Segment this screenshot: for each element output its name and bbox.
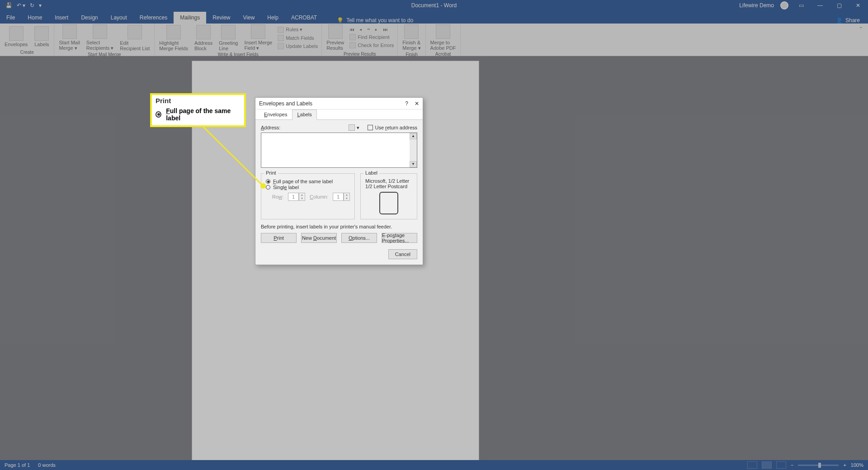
label-preview-box[interactable]: Label Microsoft, 1/2 Letter 1/2 Letter P… (360, 173, 417, 219)
epostage-button[interactable]: E-postage Properties...E-postage Propert… (382, 233, 417, 243)
address-label: Address:Address: (261, 125, 280, 130)
radio-full-page[interactable]: Full page of the same labelFull page of … (266, 179, 350, 184)
options-button[interactable]: Options...Options... (341, 233, 377, 243)
label-preview-icon (379, 192, 398, 214)
row-spinner[interactable]: 1 ▲▼ (288, 193, 305, 201)
row-value: 1 (288, 193, 299, 201)
callout-title: Print (156, 97, 241, 104)
radio-single-label-text: Single labelSingle label (273, 185, 299, 190)
use-return-label: Use return addressUse return address (375, 125, 417, 130)
scroll-down-icon[interactable]: ▼ (410, 161, 417, 167)
dialog-close-button[interactable]: ✕ (415, 100, 419, 107)
cancel-button[interactable]: Cancel (388, 249, 417, 259)
use-return-checkbox[interactable] (368, 125, 373, 130)
dialog-help-button[interactable]: ? (405, 100, 408, 107)
dialog-titlebar[interactable]: Envelopes and Labels ? ✕ (255, 98, 423, 109)
dialog-tab-envelopes[interactable]: EEnvelopesnvelopes (259, 109, 292, 119)
modal-overlay (0, 0, 868, 470)
dialog-tab-labels[interactable]: LLabelsabels (292, 109, 316, 120)
column-value: 1 (333, 193, 344, 201)
radio-full-page-label: Full page of the same labelFull page of … (273, 179, 333, 184)
print-button[interactable]: PrintPrint (261, 233, 297, 243)
address-dropdown-icon[interactable]: ▾ (357, 125, 359, 131)
envelopes-labels-dialog: Envelopes and Labels ? ✕ EEnvelopesnvelo… (255, 97, 423, 265)
label-vendor: Microsoft, 1/2 Letter (365, 178, 412, 184)
callout-box: Print FFull page of the same labelull pa… (150, 93, 246, 127)
label-product: 1/2 Letter Postcard (365, 184, 412, 189)
callout-label: FFull page of the same labelull page of … (166, 107, 241, 122)
new-document-button[interactable]: New DocumentNew Document (301, 233, 337, 243)
address-textarea[interactable]: ▲ ▼ (261, 133, 417, 168)
dialog-title: Envelopes and Labels (259, 100, 312, 107)
column-spinner[interactable]: 1 ▲▼ (333, 193, 350, 201)
print-section-label: Print (264, 170, 278, 176)
radio-selected-icon (266, 179, 270, 184)
callout-radio-icon (156, 111, 161, 118)
address-book-icon[interactable] (349, 124, 355, 131)
column-label: Column:Column: (310, 194, 328, 199)
scroll-up-icon[interactable]: ▲ (410, 133, 417, 139)
label-section-label: Label (363, 170, 379, 176)
row-label: Row:Row: (272, 194, 283, 199)
printer-hint: Before printing, insert labels in your p… (261, 224, 417, 229)
radio-single-label[interactable]: Single labelSingle label (266, 185, 350, 190)
radio-unselected-icon (266, 185, 270, 190)
